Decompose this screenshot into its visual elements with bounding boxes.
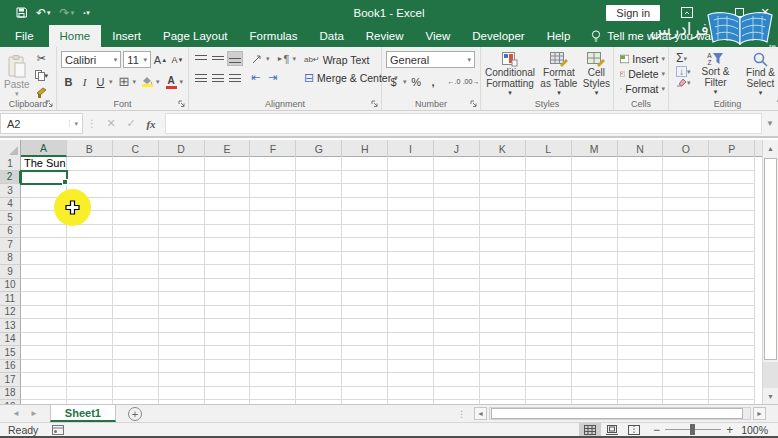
cell-O7[interactable] — [663, 238, 709, 252]
cell-D11[interactable] — [159, 292, 205, 306]
cell-M13[interactable] — [572, 319, 618, 333]
clipboard-dialog-launcher[interactable] — [45, 99, 54, 108]
cell-A6[interactable] — [21, 225, 67, 239]
tab-data[interactable]: Data — [309, 25, 355, 47]
cell-D3[interactable] — [159, 184, 205, 198]
cell-J13[interactable] — [434, 319, 480, 333]
column-header-K[interactable]: K — [480, 140, 526, 157]
cell-L6[interactable] — [526, 225, 572, 239]
cell-I18[interactable] — [388, 387, 434, 401]
cell-P6[interactable] — [709, 225, 755, 239]
column-header-L[interactable]: L — [526, 140, 572, 157]
cell-K11[interactable] — [480, 292, 526, 306]
cell-H4[interactable] — [342, 198, 388, 212]
cell-O16[interactable] — [663, 360, 709, 374]
cell-F1[interactable] — [250, 157, 296, 171]
cell-P10[interactable] — [709, 279, 755, 293]
cell-F15[interactable] — [250, 346, 296, 360]
cell-K18[interactable] — [480, 387, 526, 401]
cell-A18[interactable] — [21, 387, 67, 401]
save-button[interactable] — [16, 7, 27, 18]
cell-I9[interactable] — [388, 265, 434, 279]
decrease-decimal-button[interactable]: .00→ — [464, 74, 479, 89]
cell-I11[interactable] — [388, 292, 434, 306]
cell-J12[interactable] — [434, 306, 480, 320]
bold-button[interactable]: B — [61, 74, 76, 89]
cell-B8[interactable] — [67, 252, 113, 266]
cell-E8[interactable] — [205, 252, 251, 266]
cell-I15[interactable] — [388, 346, 434, 360]
cell-C4[interactable] — [113, 198, 159, 212]
cell-N12[interactable] — [618, 306, 664, 320]
cell-K7[interactable] — [480, 238, 526, 252]
cell-G6[interactable] — [296, 225, 342, 239]
column-header-J[interactable]: J — [434, 140, 480, 157]
formula-input[interactable] — [165, 113, 762, 134]
cell-F5[interactable] — [250, 211, 296, 225]
horizontal-scroll-thumb[interactable] — [491, 408, 743, 419]
column-header-P[interactable]: P — [709, 140, 755, 157]
cell-F16[interactable] — [250, 360, 296, 374]
cell-L8[interactable] — [526, 252, 572, 266]
cell-C15[interactable] — [113, 346, 159, 360]
cell-I1[interactable] — [388, 157, 434, 171]
cell-A9[interactable] — [21, 265, 67, 279]
cell-P4[interactable] — [709, 198, 755, 212]
cell-D17[interactable] — [159, 373, 205, 387]
cell-B15[interactable] — [67, 346, 113, 360]
cell-F8[interactable] — [250, 252, 296, 266]
cell-L7[interactable] — [526, 238, 572, 252]
increase-decimal-button[interactable]: ←.0 — [447, 74, 462, 89]
cell-J15[interactable] — [434, 346, 480, 360]
row-header-2[interactable]: 2 — [0, 171, 21, 185]
orientation-button[interactable] — [249, 51, 264, 66]
cell-H7[interactable] — [342, 238, 388, 252]
cut-button[interactable]: ✂ — [34, 51, 50, 66]
cell-E18[interactable] — [205, 387, 251, 401]
cell-L4[interactable] — [526, 198, 572, 212]
font-name-select[interactable]: Calibri▾ — [61, 51, 121, 68]
cell-C17[interactable] — [113, 373, 159, 387]
cell-N14[interactable] — [618, 333, 664, 347]
horizontal-scroll-track[interactable] — [489, 407, 751, 420]
cell-G13[interactable] — [296, 319, 342, 333]
cell-D14[interactable] — [159, 333, 205, 347]
cell-N7[interactable] — [618, 238, 664, 252]
cell-A15[interactable] — [21, 346, 67, 360]
cell-K3[interactable] — [480, 184, 526, 198]
cell-K14[interactable] — [480, 333, 526, 347]
cell-M15[interactable] — [572, 346, 618, 360]
tab-view[interactable]: View — [415, 25, 462, 47]
column-header-D[interactable]: D — [159, 140, 205, 157]
cell-D7[interactable] — [159, 238, 205, 252]
cell-I4[interactable] — [388, 198, 434, 212]
cell-G9[interactable] — [296, 265, 342, 279]
cell-F18[interactable] — [250, 387, 296, 401]
cell-H5[interactable] — [342, 211, 388, 225]
number-format-select[interactable]: General▾ — [386, 51, 475, 68]
cell-M10[interactable] — [572, 279, 618, 293]
sort-filter-button[interactable]: AZ Sort & Filter▾ — [696, 51, 736, 95]
cell-I10[interactable] — [388, 279, 434, 293]
cell-E5[interactable] — [205, 211, 251, 225]
format-as-table-button[interactable]: Format as Table▾ — [539, 51, 579, 96]
cell-C12[interactable] — [113, 306, 159, 320]
record-macro-button[interactable] — [52, 425, 64, 435]
cell-C14[interactable] — [113, 333, 159, 347]
cell-G16[interactable] — [296, 360, 342, 374]
tab-help[interactable]: Help — [536, 25, 582, 47]
cell-I8[interactable] — [388, 252, 434, 266]
zoom-level[interactable]: 100% — [741, 424, 768, 436]
cell-P1[interactable] — [709, 157, 755, 171]
cell-M5[interactable] — [572, 211, 618, 225]
row-header-15[interactable]: 15 — [0, 346, 21, 360]
copy-button[interactable]: ▾ — [34, 68, 50, 83]
cell-O15[interactable] — [663, 346, 709, 360]
cell-B13[interactable] — [67, 319, 113, 333]
cell-P11[interactable] — [709, 292, 755, 306]
accounting-format-button[interactable]: $ — [386, 74, 401, 89]
cell-P17[interactable] — [709, 373, 755, 387]
cell-H18[interactable] — [342, 387, 388, 401]
cell-B17[interactable] — [67, 373, 113, 387]
cell-F9[interactable] — [250, 265, 296, 279]
